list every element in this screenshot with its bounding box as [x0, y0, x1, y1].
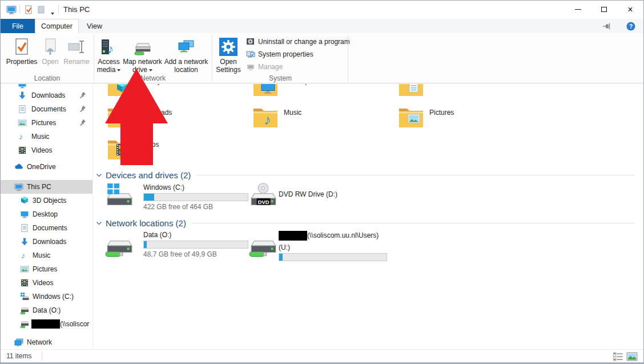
capacity-bar: [143, 241, 248, 249]
sidebar-item-downloads-pc[interactable]: Downloads: [1, 235, 93, 249]
sidebar-item-videos-pc[interactable]: Videos: [1, 276, 93, 290]
chevron-down-icon[interactable]: [95, 171, 103, 179]
maximize-icon: [601, 7, 607, 12]
item-count: 11 items: [6, 352, 31, 360]
windows-drive-icon: [105, 182, 134, 211]
sidebar-item-videos[interactable]: Videos: [1, 143, 93, 157]
drive-tile-windows-c[interactable]: Windows (C:) 422 GB free of 464 GB: [105, 183, 248, 213]
uninstall-icon: [246, 37, 255, 46]
capacity-bar: [143, 193, 248, 201]
svg-text:♪: ♪: [19, 132, 23, 141]
network-drive-icon: [20, 319, 29, 329]
details-view-button[interactable]: [613, 351, 624, 362]
sidebar-item-music-pc[interactable]: ♪ Music: [1, 249, 93, 262]
tab-computer[interactable]: Computer: [35, 19, 79, 33]
open-settings-button[interactable]: Open Settings: [214, 35, 243, 81]
sidebar-item-onedrive[interactable]: OneDrive: [1, 160, 93, 174]
group-label-system: System: [214, 74, 347, 82]
details-view-icon: [613, 351, 624, 362]
document-icon: [20, 223, 29, 233]
music-icon: ♪: [20, 251, 29, 260]
divider: [212, 35, 212, 82]
close-icon: ×: [627, 5, 633, 14]
help-icon[interactable]: ?: [626, 22, 635, 31]
folder-tile-music[interactable]: ♪ Music: [252, 103, 395, 131]
redaction-box: [31, 319, 60, 329]
folder-tile-downloads[interactable]: Downloads: [106, 103, 249, 131]
divider: [348, 35, 348, 82]
folder-tile-desktop[interactable]: Desktop: [252, 84, 395, 99]
ribbon: Properties Open Rename Location ♪ Access…: [1, 33, 643, 83]
minimize-button[interactable]: [565, 1, 591, 18]
sidebar-item-pictures-pc[interactable]: Pictures: [1, 262, 93, 276]
picture-icon: [20, 265, 29, 274]
document-icon: [18, 105, 27, 114]
svg-text:DVD: DVD: [258, 199, 269, 205]
group-label-network: Network: [95, 74, 211, 82]
drive-tile-dvd[interactable]: DVD DVD RW Drive (D:): [249, 183, 392, 213]
sidebar-item-downloads[interactable]: Downloads: [1, 89, 93, 102]
ribbon-tab-row: File Computer View ?: [1, 19, 643, 33]
pin-icon: [79, 105, 86, 113]
folder-desktop-icon: [252, 84, 279, 99]
manage-icon: [246, 62, 255, 71]
sidebar-item-desktop[interactable]: Desktop: [1, 207, 93, 221]
sidebar-item-windows-c[interactable]: Windows (C:): [1, 290, 93, 303]
thumbnail-view-button[interactable]: [626, 351, 638, 362]
dropdown-caret-icon: [149, 69, 152, 71]
folder-pictures-icon: [397, 103, 425, 131]
divider: [19, 5, 20, 14]
this-pc-icon: [14, 182, 23, 191]
sidebar-item-network[interactable]: Network: [1, 335, 93, 349]
drive-tile-user-u[interactable]: (\\soliscom.uu.nl\Users) (U:): [249, 231, 489, 261]
status-bar: 11 items: [1, 349, 643, 362]
file-list-pane: 3D Objects Desktop Documents Downloads ♪…: [94, 84, 641, 349]
maximize-button[interactable]: [591, 1, 617, 18]
drive-tile-data-o[interactable]: Data (O:) 48,7 GB free of 49,9 GB: [105, 231, 248, 261]
tab-file[interactable]: File: [1, 19, 35, 33]
pin-icon: [79, 91, 86, 99]
sidebar-item-pictures[interactable]: Pictures: [1, 116, 93, 130]
sidebar-item-documents-pc[interactable]: Documents: [1, 221, 93, 235]
sidebar-item-documents[interactable]: Documents: [1, 102, 93, 116]
folder-tile-documents[interactable]: Documents: [397, 84, 540, 99]
windows-drive-icon: [20, 292, 29, 301]
section-heading-devices[interactable]: Devices and drives (2): [95, 170, 635, 180]
network-drive-icon: [20, 306, 29, 315]
rename-icon: [67, 38, 86, 56]
sidebar-item-data-o[interactable]: Data (O:): [1, 303, 93, 317]
chevron-down-icon[interactable]: [95, 219, 103, 227]
sidebar-item-3d-objects[interactable]: 3D Objects: [1, 194, 93, 207]
network-icon: [14, 338, 23, 347]
folder-downloads-icon: [106, 103, 134, 131]
map-network-drive-icon: [134, 38, 152, 56]
redaction-box: [279, 231, 307, 241]
pin-ribbon-icon[interactable]: [602, 22, 611, 31]
manage-button: Manage: [244, 61, 285, 73]
divider: [42, 351, 42, 361]
folder-documents-icon: [397, 84, 425, 99]
map-network-drive-button[interactable]: Map network drive: [122, 35, 163, 81]
close-button[interactable]: ×: [617, 1, 643, 18]
folder-tile-3d-objects[interactable]: 3D Objects: [106, 84, 249, 99]
quick-access-newfolder-icon[interactable]: [37, 5, 46, 14]
access-media-button[interactable]: ♪ Access media: [95, 35, 122, 81]
quick-access-properties-icon[interactable]: [24, 5, 33, 14]
folder-tile-videos[interactable]: Videos: [106, 135, 249, 163]
sidebar-item-user-drive[interactable]: (\\soliscor: [1, 317, 93, 331]
settings-gear-icon: [219, 38, 238, 56]
explorer-window: This PC × File Computer View ? Propertie…: [0, 0, 644, 364]
tab-view[interactable]: View: [79, 19, 110, 33]
uninstall-program-button[interactable]: Uninstall or change a program: [244, 35, 352, 47]
music-icon: ♪: [18, 132, 27, 141]
video-icon: [18, 146, 27, 155]
properties-button[interactable]: Properties: [5, 35, 38, 81]
sidebar-item-music[interactable]: ♪ Music: [1, 130, 93, 143]
sidebar-item-this-pc[interactable]: This PC: [1, 180, 93, 194]
thumbnail-view-icon: [626, 351, 638, 362]
quick-access-customize-chevron-icon[interactable]: [49, 8, 54, 18]
folder-tile-pictures[interactable]: Pictures: [397, 103, 540, 131]
add-network-location-button[interactable]: Add a network location: [163, 35, 210, 81]
system-properties-button[interactable]: System properties: [244, 48, 316, 60]
section-heading-network-locations[interactable]: Network locations (2): [95, 218, 635, 228]
